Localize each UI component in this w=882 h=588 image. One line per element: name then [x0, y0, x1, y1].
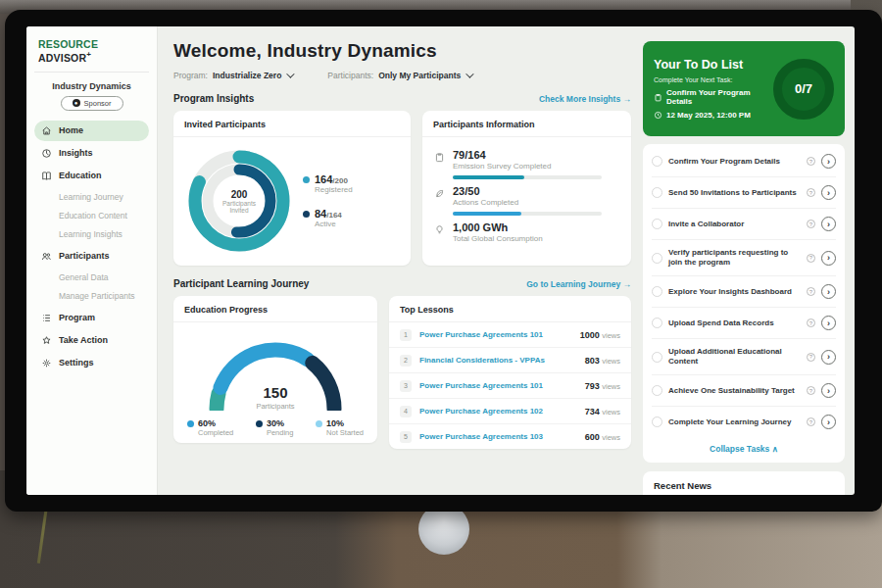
chevron-right-button[interactable]: ›	[821, 383, 836, 398]
views-word: views	[602, 382, 620, 391]
sponsor-badge: ● Sponsor	[61, 96, 123, 111]
sidebar-item-education-content[interactable]: Education Content	[34, 207, 149, 225]
sidebar-item-learning-insights[interactable]: Learning Insights	[34, 225, 149, 244]
lesson-row: 1 Power Purchase Agreements 101 1000 vie…	[389, 322, 631, 347]
arrow-right-icon: →	[623, 279, 632, 289]
sidebar-item-settings[interactable]: Settings	[34, 353, 149, 373]
lesson-rank: 5	[400, 431, 412, 443]
sidebar-item-label: Home	[59, 125, 83, 135]
lesson-row: 2 Financial Considerations - VPPAs 803 v…	[389, 347, 631, 372]
program-select[interactable]: Program: Industrialize Zero	[173, 71, 292, 80]
sidebar-item-home[interactable]: Home	[34, 121, 149, 141]
home-icon	[41, 125, 52, 136]
task-checkbox[interactable]	[652, 187, 662, 198]
participants-select[interactable]: Participants: Only My Participants	[327, 71, 471, 80]
task-checkbox[interactable]	[652, 219, 662, 229]
task-label[interactable]: Upload Spend Data Records	[668, 318, 801, 328]
chevron-right-button[interactable]: ›	[821, 154, 836, 169]
task-checkbox[interactable]	[652, 318, 662, 328]
page-title: Welcome, Industry Dynamics	[173, 40, 631, 62]
legend-item-completed: 60%Completed	[187, 418, 233, 437]
help-icon[interactable]: ?	[807, 353, 815, 362]
legend-dot	[303, 211, 310, 218]
help-icon[interactable]: ?	[807, 220, 815, 228]
section-title: Participant Learning Journey	[173, 278, 309, 289]
task-label[interactable]: Achieve One Sustainability Target	[668, 386, 801, 396]
task-label[interactable]: Confirm Your Program Details	[668, 157, 801, 167]
filter-bar: Program: Industrialize Zero Participants…	[173, 71, 631, 80]
chevron-right-button[interactable]: ›	[821, 217, 836, 231]
chevron-right-button[interactable]: ›	[821, 415, 836, 429]
todo-due: 12 May 2025, 12:00 PM	[654, 111, 773, 120]
task-row: Explore Your Insights Dashboard ? ›	[652, 275, 836, 307]
sponsor-label: Sponsor	[84, 99, 112, 108]
chevron-right-button[interactable]: ›	[821, 251, 836, 266]
main-content: Welcome, Industry Dynamics Program: Indu…	[158, 26, 643, 495]
help-icon[interactable]: ?	[807, 157, 815, 166]
task-row: Upload Spend Data Records ? ›	[652, 307, 836, 338]
metric-actions-completed: 23/50 Actions Completed	[434, 185, 619, 216]
education-progress-card: Education Progress 150 Participants 60%C…	[173, 296, 377, 443]
lesson-views: 600	[585, 432, 600, 442]
top-lessons-card: Top Lessons 1 Power Purchase Agreements …	[389, 296, 631, 449]
task-checkbox[interactable]	[652, 416, 662, 427]
chevron-down-icon	[466, 70, 473, 77]
task-checkbox[interactable]	[652, 286, 662, 297]
collapse-tasks-link[interactable]: Collapse Tasks ∧	[652, 437, 836, 459]
sidebar-item-participants[interactable]: Participants	[34, 246, 149, 267]
sidebar-item-program[interactable]: Program	[34, 308, 149, 328]
legend-dot	[303, 176, 310, 183]
lesson-link[interactable]: Financial Considerations - VPPAs	[419, 356, 577, 365]
chevron-right-button[interactable]: ›	[821, 350, 836, 365]
task-checkbox[interactable]	[652, 156, 662, 167]
card-title: Education Progress	[173, 296, 377, 322]
task-label[interactable]: Upload Additional Educational Content	[668, 347, 801, 367]
org-name: Industry Dynamics	[34, 81, 149, 91]
donut-center-value: 200	[231, 189, 248, 200]
sidebar-item-general-data[interactable]: General Data	[34, 269, 149, 287]
task-label[interactable]: Explore Your Insights Dashboard	[668, 287, 801, 297]
lesson-link[interactable]: Power Purchase Agreements 101	[419, 381, 577, 390]
legend-item-pending: 30%Pending	[256, 418, 294, 437]
task-label[interactable]: Verify participants requesting to join t…	[668, 248, 801, 268]
views-word: views	[602, 357, 620, 366]
legend-item-registered: 164/200 Registered	[303, 173, 353, 194]
gauge-legend: 60%Completed 30%Pending 10%Not Started	[173, 411, 377, 437]
todo-title: Your To Do List	[654, 58, 773, 72]
sidebar-item-education[interactable]: Education	[34, 166, 149, 186]
chevron-right-button[interactable]: ›	[821, 185, 836, 200]
help-icon[interactable]: ?	[807, 287, 815, 296]
sidebar-item-learning-journey[interactable]: Learning Journey	[34, 188, 149, 207]
task-checkbox[interactable]	[652, 352, 662, 363]
task-checkbox[interactable]	[652, 385, 662, 396]
chevron-right-button[interactable]: ›	[821, 316, 836, 330]
task-label[interactable]: Complete Your Learning Journey	[668, 417, 801, 427]
help-icon[interactable]: ?	[807, 386, 815, 395]
sidebar-item-insights[interactable]: Insights	[34, 143, 149, 164]
lesson-views: 1000	[580, 330, 600, 340]
go-to-learning-journey-link[interactable]: Go to Learning Journey →	[526, 279, 631, 289]
task-row: Invite a Collaborator ? ›	[652, 208, 836, 239]
lesson-link[interactable]: Power Purchase Agreements 101	[419, 330, 572, 339]
help-icon[interactable]: ?	[807, 318, 815, 327]
help-icon[interactable]: ?	[807, 417, 815, 426]
program-insights-header: Program Insights Check More Insights →	[173, 93, 631, 104]
check-more-insights-link[interactable]: Check More Insights →	[539, 94, 631, 104]
gear-icon	[41, 358, 52, 368]
lesson-link[interactable]: Power Purchase Agreements 102	[419, 407, 577, 416]
views-word: views	[602, 331, 620, 340]
task-checkbox[interactable]	[652, 253, 662, 264]
logo-plus: +	[86, 50, 91, 59]
task-row: Achieve One Sustainability Target ? ›	[652, 374, 836, 406]
help-icon[interactable]: ?	[807, 254, 815, 263]
metric-global-consumption: 1,000 GWh Total Global Consumption	[434, 221, 619, 243]
chevron-right-button[interactable]: ›	[821, 284, 836, 299]
logo-advisor: ADVISOR	[38, 52, 86, 64]
help-icon[interactable]: ?	[807, 188, 815, 197]
task-label[interactable]: Invite a Collaborator	[668, 220, 801, 229]
chevron-up-icon: ∧	[772, 444, 778, 454]
lesson-link[interactable]: Power Purchase Agreements 103	[419, 432, 577, 441]
task-label[interactable]: Send 50 Invitations to Participants	[668, 188, 801, 198]
sidebar-item-take-action[interactable]: Take Action	[34, 330, 149, 351]
sidebar-item-manage-participants[interactable]: Manage Participants	[34, 287, 149, 306]
